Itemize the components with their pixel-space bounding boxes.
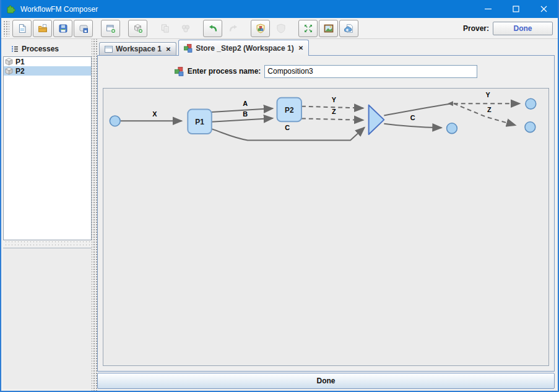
close-button[interactable] bbox=[530, 0, 558, 18]
edge-label-z2: Z bbox=[487, 106, 492, 113]
window-tab-icon bbox=[105, 46, 113, 53]
new-window-icon bbox=[106, 24, 116, 33]
new-file-icon bbox=[17, 24, 27, 33]
compose-cubes-icon bbox=[181, 24, 191, 33]
app-window: WorkflowFM Composer bbox=[0, 0, 559, 392]
process-item-p2[interactable]: P2 bbox=[4, 66, 91, 76]
cubes-form-icon bbox=[175, 67, 184, 76]
process-list[interactable]: P1 P2 bbox=[3, 56, 92, 240]
window-title: WorkflowFM Composer bbox=[20, 5, 474, 14]
cloud-page-icon bbox=[344, 24, 354, 33]
horizontal-splitter[interactable] bbox=[3, 242, 92, 248]
process-name-label: Enter process name: bbox=[188, 67, 261, 76]
window-controls bbox=[474, 0, 558, 18]
toolbar: Prover: Done bbox=[1, 18, 558, 39]
edge-label-c1: C bbox=[285, 124, 290, 131]
shield-icon bbox=[276, 24, 286, 33]
process-box-icon bbox=[5, 67, 13, 75]
save-floppy-icon bbox=[58, 24, 68, 33]
tab-store-step2[interactable]: Store _Step2 (Workspace 1) ✕ bbox=[178, 40, 309, 56]
vertical-splitter[interactable] bbox=[92, 39, 97, 391]
maximize-button[interactable] bbox=[502, 0, 530, 18]
edge-label-z1: Z bbox=[332, 108, 336, 115]
process-name-input[interactable] bbox=[264, 65, 477, 78]
verify-button[interactable] bbox=[251, 20, 270, 37]
process-name-form: Enter process name: bbox=[98, 56, 554, 87]
undo-arrow-icon bbox=[208, 24, 218, 33]
edge-label-y2: Y bbox=[486, 91, 491, 98]
titlebar: WorkflowFM Composer bbox=[1, 0, 558, 18]
workspace-content: Enter process name: bbox=[97, 55, 555, 372]
output-node-y[interactable] bbox=[526, 98, 536, 109]
expand-arrows-icon bbox=[303, 24, 313, 33]
tab-close-icon[interactable]: ✕ bbox=[166, 46, 171, 53]
tab-workspace-1[interactable]: Workspace 1 ✕ bbox=[99, 42, 176, 55]
edge-label-c2: C bbox=[410, 114, 415, 121]
export-image-button[interactable] bbox=[319, 20, 338, 37]
edge-z-output bbox=[454, 103, 516, 125]
open-folder-icon bbox=[38, 24, 48, 33]
tab-close-icon[interactable]: ✕ bbox=[298, 45, 303, 51]
sidebar-empty-panel bbox=[3, 248, 92, 389]
processes-sidebar: Processes P1 P2 bbox=[1, 39, 92, 391]
edge-label-y1: Y bbox=[332, 96, 337, 103]
new-process-box-icon bbox=[133, 24, 143, 33]
new-window-button[interactable] bbox=[101, 20, 120, 37]
p1-label: P1 bbox=[195, 118, 204, 126]
compose-button bbox=[176, 20, 195, 37]
edge-a bbox=[212, 108, 273, 112]
picture-icon bbox=[324, 24, 334, 33]
edge-join-to-split bbox=[384, 103, 452, 115]
save-as-icon bbox=[79, 24, 89, 33]
save-button[interactable] bbox=[53, 20, 72, 37]
verify-shield-icon bbox=[256, 24, 266, 33]
edge-c-output bbox=[384, 124, 441, 128]
edge-label-a: A bbox=[243, 100, 248, 107]
prover-label: Prover: bbox=[463, 24, 489, 33]
open-file-button[interactable] bbox=[33, 20, 52, 37]
copy-icon bbox=[160, 24, 170, 33]
output-node-z[interactable] bbox=[525, 122, 535, 133]
edge-label-x: X bbox=[152, 110, 157, 118]
done-button[interactable]: Done bbox=[97, 373, 555, 389]
prover-status-button[interactable]: Done bbox=[493, 22, 553, 35]
processes-header: Processes bbox=[3, 42, 92, 55]
deploy-button[interactable] bbox=[339, 20, 358, 37]
undo-button[interactable] bbox=[203, 20, 222, 37]
new-process-button[interactable] bbox=[128, 20, 147, 37]
list-icon bbox=[11, 45, 19, 53]
save-as-button[interactable] bbox=[74, 20, 93, 37]
edge-label-b: B bbox=[243, 110, 248, 118]
new-file-button[interactable] bbox=[12, 20, 32, 37]
workflow-canvas[interactable]: P1 P2 X A B C Y Z C Y Z bbox=[103, 88, 549, 366]
workspace-panel: Workspace 1 ✕ Store _Step2 (Workspace 1)… bbox=[97, 39, 558, 391]
cubes-tab-icon bbox=[184, 44, 193, 53]
redo-arrow-icon bbox=[228, 24, 238, 33]
processes-header-label: Processes bbox=[22, 45, 59, 53]
arrange-button[interactable] bbox=[298, 20, 318, 37]
start-node[interactable] bbox=[110, 116, 120, 126]
tab-label: Store _Step2 (Workspace 1) bbox=[196, 44, 294, 53]
split-junction-arrow bbox=[448, 101, 453, 106]
process-item-p1[interactable]: P1 bbox=[4, 57, 91, 66]
tab-strip: Workspace 1 ✕ Store _Step2 (Workspace 1)… bbox=[97, 39, 555, 55]
join-node[interactable] bbox=[369, 105, 384, 134]
p2-label: P2 bbox=[285, 106, 294, 115]
toolbar-grip[interactable] bbox=[3, 20, 9, 37]
minimize-button[interactable] bbox=[474, 0, 502, 18]
process-box-icon bbox=[5, 58, 13, 66]
main-area: Processes P1 P2 bbox=[1, 39, 558, 391]
edge-b bbox=[212, 118, 273, 122]
done-bar: Done bbox=[97, 373, 555, 389]
verify-all-button bbox=[271, 20, 290, 37]
tab-label: Workspace 1 bbox=[116, 45, 162, 53]
process-label: P1 bbox=[15, 58, 25, 66]
copy-button bbox=[155, 20, 175, 37]
process-label: P2 bbox=[15, 67, 25, 76]
edge-z-to-join bbox=[301, 118, 363, 120]
puzzle-app-icon bbox=[6, 4, 16, 14]
redo-button bbox=[223, 20, 243, 37]
output-node-c[interactable] bbox=[447, 123, 457, 134]
